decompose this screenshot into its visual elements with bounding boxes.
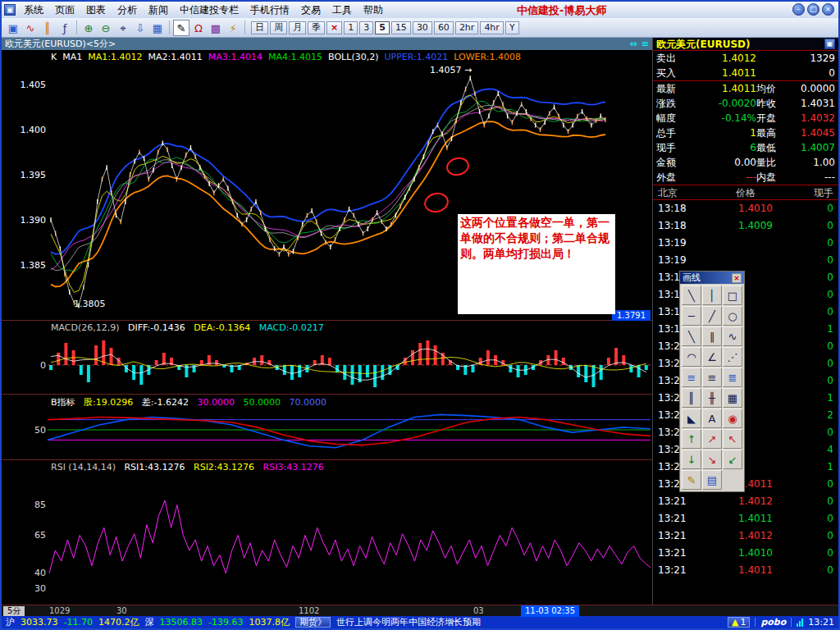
palette-title-bar[interactable]: 画线 × (680, 272, 744, 284)
tool-arc-line[interactable]: ◠ (682, 347, 701, 367)
tool-vertical-line[interactable]: │ (702, 285, 722, 305)
tool-arrow-sw[interactable]: ↙ (723, 450, 742, 469)
tick-volume: 0 (773, 562, 833, 579)
tool-segment-line[interactable]: ╲ (682, 326, 701, 346)
period-周[interactable]: 周 (270, 21, 287, 34)
crosshair-icon[interactable]: ⌖ (115, 20, 131, 36)
menu-item-1[interactable]: 页面 (49, 2, 80, 19)
palette-tools: ╲│□─╱○╲∥∿◠∠⋰≡≡≣║╫▦◣A◉↑↗↖↓↘↙✎▤ (680, 284, 744, 491)
minimize-button[interactable]: – (792, 3, 805, 16)
period-×[interactable]: × (326, 21, 342, 34)
color-grid-icon[interactable]: ▩ (208, 20, 224, 36)
tick-price (697, 252, 773, 269)
tool-trend-line[interactable]: ╲ (682, 285, 701, 305)
menu-item-6[interactable]: 手机行情 (244, 2, 295, 19)
b-indicator-panel[interactable]: B指标 股:19.0296 差:-1.6242 30.0000 50.0000 … (2, 395, 652, 460)
indicator-value: MA4:1.4015 (268, 52, 322, 62)
tool-speed-resistance[interactable]: ⋰ (723, 347, 742, 367)
tick-volume: 2 (773, 407, 833, 424)
zoom-in-icon[interactable]: ⊕ (80, 20, 97, 36)
alert-indicator[interactable]: ▲1 (728, 617, 750, 628)
rsi-panel[interactable]: RSI (14,14,14) RSI1:43.1276 RSI2:43.1276… (2, 460, 652, 605)
period-60[interactable]: 60 (434, 21, 454, 34)
tool-regression-channel[interactable]: ◣ (682, 409, 701, 428)
tool-arrow-down[interactable]: ↓ (682, 450, 701, 469)
menu-item-9[interactable]: 帮助 (358, 2, 389, 19)
field-value: 1.00 (794, 155, 835, 170)
menu-item-0[interactable]: 系统 (18, 2, 49, 19)
tool-ray-line[interactable]: ╱ (702, 306, 722, 326)
menu-item-5[interactable]: 中信建投专栏 (174, 2, 244, 19)
report-table-icon[interactable]: ▦ (149, 20, 166, 36)
tool-pencil-tool[interactable]: ✎ (682, 470, 701, 490)
rsi-chart[interactable] (48, 460, 651, 604)
menu-item-3[interactable]: 分析 (112, 2, 143, 19)
tool-properties[interactable]: ▤ (702, 470, 722, 490)
period-月[interactable]: 月 (289, 21, 306, 34)
tool-ellipse[interactable]: ○ (723, 306, 742, 326)
field-label: 量比 (756, 155, 794, 170)
tool-arrow-se[interactable]: ↘ (702, 450, 722, 469)
restore-button[interactable]: □ (807, 3, 819, 16)
zoom-out-icon[interactable]: ⊖ (98, 20, 114, 36)
tool-arrow-up[interactable]: ↑ (682, 429, 701, 449)
new-window-icon[interactable]: ▣ (5, 20, 21, 36)
export-icon[interactable]: ⇩ (132, 20, 148, 36)
futures-button[interactable]: 期货》 (295, 617, 331, 628)
menu-item-8[interactable]: 工具 (326, 2, 358, 19)
line-chart-icon[interactable]: ∿ (22, 20, 39, 36)
period-Y[interactable]: Y (505, 21, 519, 34)
tool-arrow-nw[interactable]: ↖ (723, 429, 742, 449)
tool-fibonacci-lines[interactable]: ≡ (682, 368, 701, 387)
tool-wave-line[interactable]: ∿ (723, 326, 742, 346)
tool-gann-grid[interactable]: ▦ (723, 388, 742, 408)
period-15[interactable]: 15 (391, 21, 411, 34)
period-5[interactable]: 5 (375, 21, 390, 34)
tool-arrow-ne[interactable]: ↗ (702, 429, 722, 449)
tool-rectangle[interactable]: □ (723, 285, 742, 305)
tick-volume: 0 (773, 355, 833, 372)
close-button[interactable]: × (822, 3, 834, 16)
indicator-value: MA2:1.4011 (148, 52, 202, 62)
tool-text-tool[interactable]: A (702, 409, 722, 428)
period-季[interactable]: 季 (308, 21, 325, 34)
candlestick-icon[interactable]: ║ (39, 20, 56, 36)
low-price-label: 1.3805 (74, 299, 106, 309)
period-2hr[interactable]: 2hr (455, 21, 479, 34)
tool-percent-lines[interactable]: ≡ (702, 368, 722, 387)
draw-line-icon[interactable]: ✎ (173, 20, 189, 36)
tool-horizontal-line[interactable]: ─ (682, 306, 701, 326)
indicator-value: K (51, 52, 57, 62)
tool-angle-line[interactable]: ∠ (702, 347, 722, 367)
tool-cycle-lines[interactable]: ║ (682, 388, 701, 408)
period-日[interactable]: 日 (251, 21, 268, 34)
alarm-bell-icon[interactable]: Ω (190, 20, 207, 36)
tool-spiral[interactable]: ◉ (723, 409, 742, 428)
period-30[interactable]: 30 (413, 21, 432, 34)
period-indicator[interactable]: 5分 (3, 606, 25, 616)
menu-item-4[interactable]: 新闻 (143, 2, 174, 19)
panel-list-icon[interactable]: ≡ (641, 39, 649, 49)
tool-gann-lines[interactable]: ≣ (723, 368, 742, 387)
macd-panel[interactable]: MACD(26,12,9) DIFF:-0.1436 DEA:-0.1364 M… (2, 321, 652, 395)
formula-icon[interactable]: ƒ (57, 20, 73, 36)
quote-detail-rows: 最新1.4011均价0.0000涨跌-0.0020昨收1.4031幅度-0.14… (653, 81, 838, 185)
menu-item-2[interactable]: 图表 (80, 2, 112, 19)
lightning-icon[interactable]: ⚡ (225, 20, 241, 36)
menu-item-7[interactable]: 交易 (295, 2, 326, 19)
status-value: 3033.73 (21, 617, 58, 628)
tick-row: 13:211.40110 (653, 562, 838, 579)
period-3[interactable]: 3 (359, 21, 373, 34)
system-icon[interactable]: ▣ (4, 4, 16, 16)
tool-parallel-lines[interactable]: ∥ (702, 326, 722, 346)
swap-arrows-icon[interactable]: ⇔ (630, 39, 637, 49)
tick-price: 1.4010 (697, 200, 773, 217)
tick-volume: 0 (773, 304, 833, 321)
tool-vertical-grid[interactable]: ╫ (702, 388, 722, 408)
period-1[interactable]: 1 (344, 21, 358, 34)
period-4hr[interactable]: 4hr (480, 21, 504, 34)
restore-icon[interactable]: ▣ (824, 39, 835, 49)
close-icon[interactable]: × (732, 273, 742, 283)
price-chart-panel[interactable]: KMA1MA1:1.4012MA2:1.4011MA3:1.4014MA4:1.… (2, 50, 652, 321)
tick-volume: 0 (773, 338, 833, 355)
